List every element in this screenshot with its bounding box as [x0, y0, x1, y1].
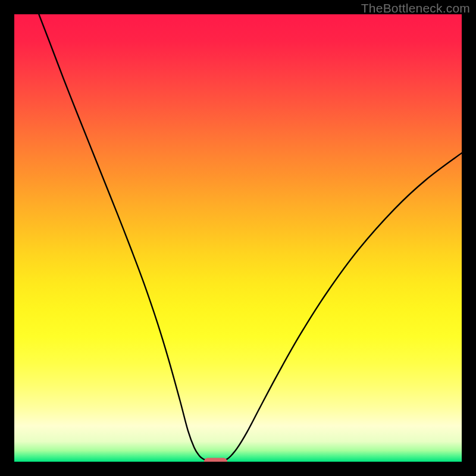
bottom-pill	[204, 458, 227, 462]
plot-background	[14, 14, 462, 462]
chart-plot	[14, 14, 462, 462]
watermark-text: TheBottleneck.com	[361, 1, 470, 15]
chart-frame	[14, 14, 462, 462]
